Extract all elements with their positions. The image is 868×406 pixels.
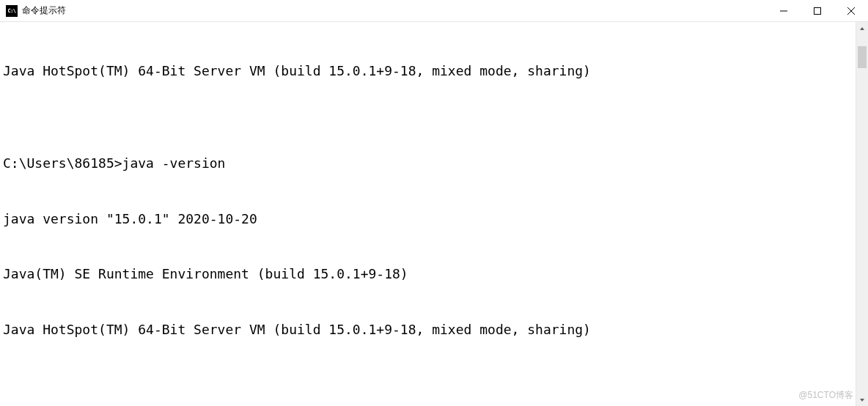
minimize-button[interactable]: [767, 0, 801, 21]
close-button[interactable]: [834, 0, 868, 21]
window-controls: [767, 0, 868, 21]
terminal-wrapper: Java HotSpot(TM) 64-Bit Server VM (build…: [0, 22, 868, 406]
scroll-down-arrow-icon[interactable]: [856, 394, 868, 406]
watermark: @51CTO博客: [798, 389, 853, 402]
cmd-icon: C:\: [6, 5, 18, 17]
svg-rect-1: [814, 7, 821, 14]
window-title: 命令提示符: [22, 4, 66, 17]
titlebar-left: C:\ 命令提示符: [6, 4, 66, 17]
scroll-up-arrow-icon[interactable]: [856, 22, 868, 34]
titlebar: C:\ 命令提示符: [0, 0, 868, 22]
scroll-thumb[interactable]: [858, 46, 867, 68]
output-line: Java HotSpot(TM) 64-Bit Server VM (build…: [3, 62, 856, 80]
scrollbar[interactable]: [856, 22, 868, 406]
output-line: Java HotSpot(TM) 64-Bit Server VM (build…: [3, 320, 856, 339]
terminal-output[interactable]: Java HotSpot(TM) 64-Bit Server VM (build…: [0, 22, 856, 406]
output-line: Java(TM) SE Runtime Environment (build 1…: [3, 265, 856, 283]
output-line: java version "15.0.1" 2020-10-20: [3, 210, 856, 228]
output-line: C:\Users\86185>java -version: [3, 154, 856, 172]
maximize-button[interactable]: [801, 0, 834, 21]
